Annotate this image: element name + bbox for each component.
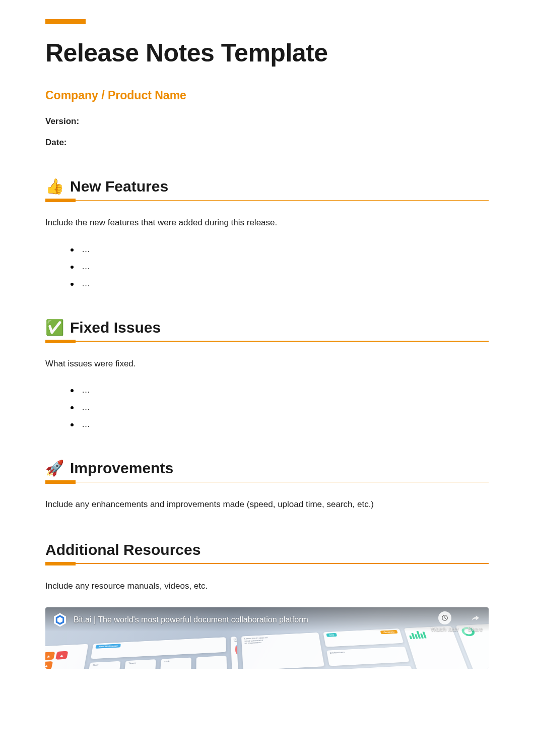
page-title: Release Notes Template bbox=[45, 38, 489, 68]
new-features-desc: Include the new features that were added… bbox=[45, 216, 489, 229]
rocket-icon: 🚀 bbox=[45, 461, 64, 476]
check-mark-icon: ✅ bbox=[45, 320, 64, 335]
list-item: … bbox=[71, 419, 489, 429]
list-item: … bbox=[71, 279, 489, 289]
section-underline bbox=[45, 339, 489, 343]
version-label: Version: bbox=[45, 116, 489, 127]
video-title: Bit.ai | The world's most powerful docum… bbox=[74, 615, 308, 624]
thumbs-up-icon: 👍 bbox=[45, 179, 64, 194]
section-underline bbox=[45, 198, 489, 202]
section-underline bbox=[45, 480, 489, 484]
section-title-improvements: Improvements bbox=[70, 460, 173, 477]
section-improvements: 🚀 Improvements Include any enhancements … bbox=[45, 460, 489, 511]
list-item: … bbox=[71, 385, 489, 395]
embedded-video[interactable]: spaces ▲▲▲ ▲▲ New Workspace Q Search Lor… bbox=[45, 607, 489, 669]
list-item: … bbox=[71, 244, 489, 255]
section-resources: Additional Resources Include any resourc… bbox=[45, 541, 489, 669]
share-button[interactable]: Share bbox=[468, 611, 483, 632]
section-title-resources: Additional Resources bbox=[45, 541, 201, 558]
list-item: … bbox=[71, 402, 489, 412]
share-icon bbox=[469, 611, 482, 624]
section-title-new-features: New Features bbox=[70, 178, 168, 195]
new-features-list: … … … bbox=[45, 244, 489, 289]
section-fixed-issues: ✅ Fixed Issues What issues were fixed. …… bbox=[45, 319, 489, 430]
watch-later-button[interactable]: Watch later bbox=[431, 611, 458, 632]
fixed-issues-desc: What issues were fixed. bbox=[45, 357, 489, 370]
fixed-issues-list: … … … bbox=[45, 385, 489, 429]
clock-icon bbox=[438, 611, 451, 624]
improvements-desc: Include any enhancements and improvement… bbox=[45, 498, 489, 511]
company-name-heading: Company / Product Name bbox=[45, 89, 489, 102]
section-title-fixed-issues: Fixed Issues bbox=[70, 319, 161, 336]
section-new-features: 👍 New Features Include the new features … bbox=[45, 178, 489, 289]
date-label: Date: bbox=[45, 138, 489, 148]
list-item: … bbox=[71, 262, 489, 272]
accent-bar bbox=[45, 19, 86, 24]
section-underline bbox=[45, 561, 489, 565]
resources-desc: Include any resource manuals, videos, et… bbox=[45, 580, 489, 593]
bitai-logo-icon bbox=[52, 612, 68, 627]
